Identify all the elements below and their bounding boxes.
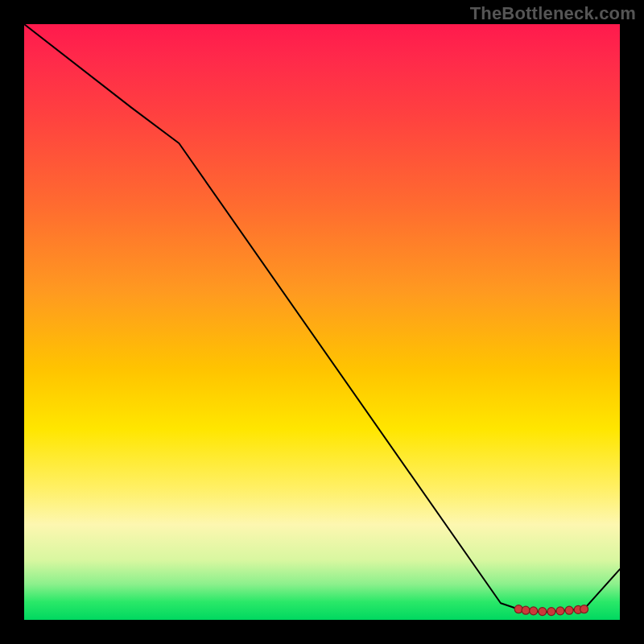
attribution-text: TheBottleneck.com bbox=[470, 3, 636, 24]
data-marker bbox=[514, 605, 522, 613]
chart-svg bbox=[24, 24, 620, 620]
marker-group bbox=[514, 605, 588, 616]
data-marker bbox=[547, 608, 555, 616]
chart-frame: TheBottleneck.com bbox=[0, 0, 644, 644]
data-marker bbox=[556, 607, 564, 615]
data-marker bbox=[530, 607, 538, 615]
curve-line bbox=[24, 24, 620, 612]
plot-area bbox=[24, 24, 620, 620]
data-marker bbox=[565, 606, 573, 614]
data-marker bbox=[522, 606, 530, 614]
data-marker bbox=[539, 608, 547, 616]
data-marker bbox=[580, 605, 588, 613]
